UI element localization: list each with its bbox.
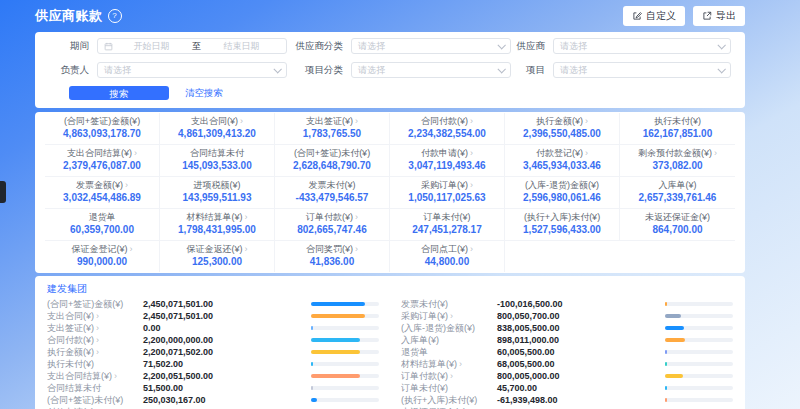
mini-bar [311,314,365,318]
drill-arrow-icon: › [114,371,117,381]
summary-cell-value: 1,050,117,025.63 [392,191,502,204]
summary-cell-label: 采购订单(¥)› [392,180,502,191]
mini-bar-track [665,398,733,402]
group-row-value: 2,450,071,501.00 [143,311,311,321]
period-range-input[interactable]: 开始日期 至 结束日期 [97,38,287,54]
mini-bar [665,362,667,366]
summary-cell-label: 支出合同结算(¥)› [47,148,157,159]
summary-cell[interactable]: 订单付款(¥)›802,665,747.46 [275,209,390,241]
mini-bar [665,398,667,402]
help-icon[interactable]: ? [108,9,122,23]
filter-card: 期间 开始日期 至 结束日期 供应商分类 请选择 供应商 请选择 [35,32,745,108]
mini-bar-track [311,338,379,342]
summary-cell-label: 付款登记(¥)› [507,148,617,159]
summary-cell[interactable]: 保证金登记(¥)›990,000.00 [45,241,160,272]
owner-select[interactable]: 请选择 [97,62,287,78]
owner-field: 负责人 请选择 [49,62,287,78]
summary-cell-label: 保证金登记(¥)› [47,244,157,255]
summary-cell-label: 材料结算单(¥)› [162,212,272,223]
summary-cell[interactable]: 付款登记(¥)›3,465,934,033.46 [505,145,620,177]
period-field: 期间 开始日期 至 结束日期 [49,38,287,54]
group-name-link[interactable]: 建发集团 [47,282,733,295]
summary-cell-label: 执行金额(¥)› [507,116,617,127]
group-table-card: 建发集团 (合同+签证)金额(¥)2,450,071,501.00支出合同(¥)… [35,276,745,409]
summary-card: (合同+签证)金额(¥)4,863,093,178.70支出合同(¥)›4,86… [35,112,745,273]
mini-bar [311,302,365,306]
summary-cell-value: 4,861,309,413.20 [162,127,272,140]
mini-bar [311,326,313,330]
group-col-right: 发票未付(¥)-100,016,500.00采购订单(¥)›800,050,70… [401,298,733,409]
summary-cell[interactable]: 保证金返还(¥)›125,300.00 [160,241,275,272]
summary-cell[interactable]: 采购订单(¥)›1,050,117,025.63 [390,177,505,209]
summary-cell[interactable]: 支出合同(¥)›4,861,309,413.20 [160,113,275,145]
drill-arrow-icon: › [96,311,99,321]
group-row: 支出签证(¥)›0.00 [47,322,379,334]
group-row: 退货单60,005,500.00 [401,346,733,358]
mini-bar [311,398,317,402]
summary-cell-label: 订单付款(¥)› [277,212,387,223]
clear-search-link[interactable]: 清空搜索 [185,87,223,100]
summary-cell-value: 44,800.00 [392,255,502,268]
project-select[interactable]: 请选择 [553,62,731,78]
customize-button[interactable]: 自定义 [623,6,685,26]
page-title: 供应商账款 [35,7,103,25]
group-row-value: 898,011,000.00 [497,335,665,345]
mini-bar-track [311,302,379,306]
summary-cell[interactable]: 合同点工(¥)›44,800.00 [390,241,505,272]
summary-cell-value: 2,657,339,761.46 [622,191,733,204]
summary-cell: (执行+入库)未付(¥)1,527,596,433.00 [505,209,620,241]
summary-cell[interactable]: 支出签证(¥)›1,783,765.50 [275,113,390,145]
drill-arrow-icon: › [585,148,588,158]
group-row-value: 68,005,500.00 [497,359,665,369]
group-row-label[interactable]: 付款申请(¥)› [47,406,143,409]
select-placeholder: 请选择 [104,64,274,77]
search-button[interactable]: 搜索 [69,86,169,100]
summary-cell[interactable]: 支出合同结算(¥)›2,379,476,087.00 [45,145,160,177]
group-row: 支出合同结算(¥)›2,200,051,500.00 [47,370,379,382]
group-row: 订单付款(¥)›800,005,000.00 [401,370,733,382]
summary-cell[interactable]: 合同奖罚(¥)›41,836.00 [275,241,390,272]
side-drawer-handle[interactable] [0,181,6,203]
export-button[interactable]: 导出 [693,6,745,26]
summary-cell-label: 发票金额(¥)› [47,180,157,191]
summary-cell: 合同结算未付145,093,533.00 [160,145,275,177]
drill-arrow-icon: › [470,180,473,190]
group-row-label: 未返还保证金(¥) [401,406,497,409]
group-row: 支出合同(¥)›2,450,071,501.00 [47,310,379,322]
summary-cell-label: 入库单(¥) [622,180,733,191]
summary-cell[interactable]: 材料结算单(¥)›1,798,431,995.00 [160,209,275,241]
drill-arrow-icon: › [130,244,133,254]
title-wrap: 供应商账款 ? [35,7,122,25]
summary-cell: 执行未付(¥)162,167,851.00 [620,113,735,145]
summary-cell-label: 发票未付(¥) [277,180,387,191]
summary-cell-label: 合同结算未付 [162,148,272,159]
summary-cell[interactable]: 执行金额(¥)›2,396,550,485.00 [505,113,620,145]
summary-cell-label: 订单未付(¥) [392,212,502,223]
supplier-category-select[interactable]: 请选择 [351,38,511,54]
summary-cell-label: (入库-退货)金额(¥) [507,180,617,191]
mini-bar-track [311,314,379,318]
supplier-field: 供应商 请选择 [511,38,731,54]
drill-arrow-icon: › [245,244,248,254]
group-row: 执行未付(¥)71,502.00 [47,358,379,370]
project-label: 项目 [511,64,545,77]
summary-cell-value: 1,798,431,995.00 [162,223,272,236]
summary-cell-value: 373,082.00 [622,159,733,172]
summary-cell-value: 145,093,533.00 [162,159,272,172]
group-row-value: -100,016,500.00 [497,299,665,309]
group-row-value: 60,005,500.00 [497,347,665,357]
project-category-field: 项目分类 请选择 [287,62,511,78]
group-row: (合同+签证)金额(¥)2,450,071,501.00 [47,298,379,310]
summary-cell[interactable]: 付款申请(¥)›3,047,119,493.46 [390,145,505,177]
select-placeholder: 请选择 [560,64,718,77]
summary-cell[interactable]: 剩余预付款金额(¥)›373,082.00 [620,145,735,177]
drill-arrow-icon: › [459,359,462,369]
project-category-select[interactable]: 请选择 [351,62,511,78]
mini-bar [665,302,667,306]
mini-bar-track [311,374,379,378]
supplier-select[interactable]: 请选择 [553,38,731,54]
summary-cell-value: 2,596,980,061.46 [507,191,617,204]
summary-grid: (合同+签证)金额(¥)4,863,093,178.70支出合同(¥)›4,86… [45,113,735,272]
summary-cell[interactable]: 发票金额(¥)›3,032,454,486.89 [45,177,160,209]
summary-cell[interactable]: 合同付款(¥)›2,234,382,554.00 [390,113,505,145]
